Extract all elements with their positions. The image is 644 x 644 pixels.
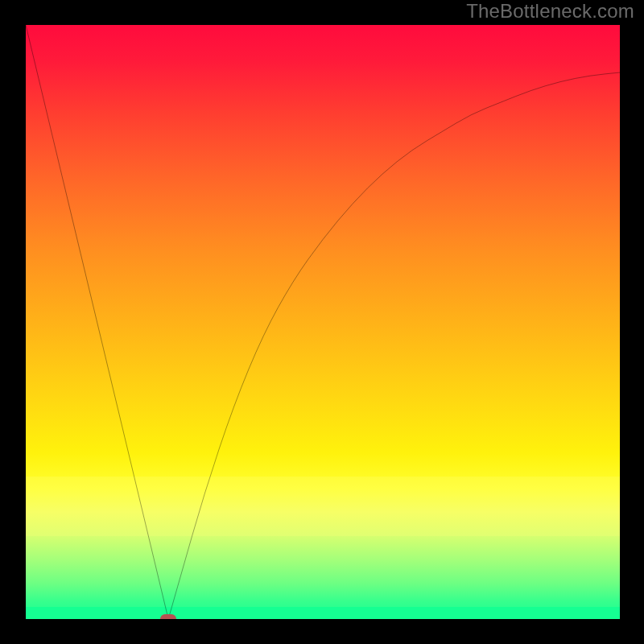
watermark-text: TheBottleneck.com (466, 0, 634, 23)
plot-area (26, 25, 620, 619)
chart-frame: TheBottleneck.com (0, 0, 644, 644)
bottleneck-curve (26, 25, 620, 619)
minimum-marker (160, 614, 176, 619)
curve-path (26, 25, 620, 619)
